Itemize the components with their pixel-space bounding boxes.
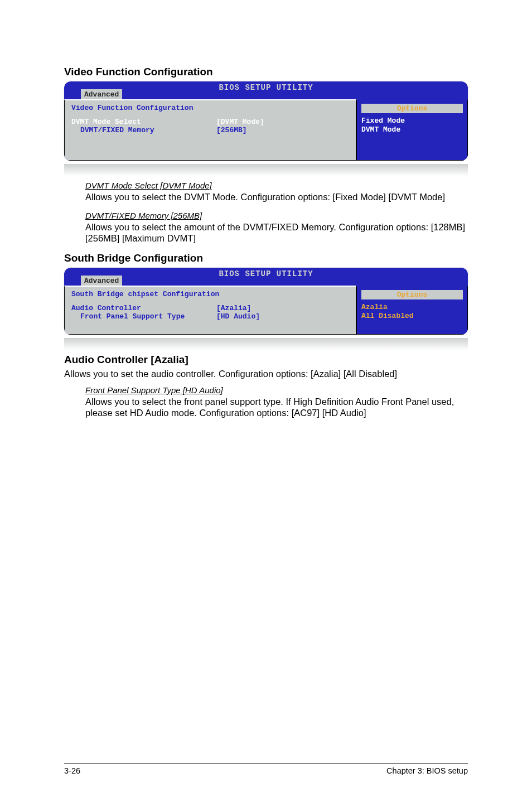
bios-row-value: [Azalia] (216, 304, 251, 312)
fade-decoration (64, 164, 468, 176)
page-footer: 3-26 Chapter 3: BIOS setup (64, 764, 468, 775)
bios-header: BIOS SETUP UTILITY Advanced (64, 81, 468, 99)
item-body: Allows you to select the amount of the D… (85, 221, 468, 244)
item-title: DVMT/FIXED Memory [256MB] (85, 211, 468, 220)
audio-controller-heading: Audio Controller [Azalia] (64, 354, 468, 366)
bios-tab-advanced[interactable]: Advanced (81, 276, 122, 286)
chapter-label: Chapter 3: BIOS setup (386, 766, 468, 775)
bios-panel-southbridge: BIOS SETUP UTILITY Advanced South Bridge… (64, 268, 468, 335)
desc-dvmt-mode: DVMT Mode Select [DVMT Mode] Allows you … (64, 181, 468, 203)
bios-right-panel: Options Azalia All Disabled (356, 286, 468, 335)
audio-controller-body: Allows you to set the audio controller. … (64, 368, 468, 380)
bios-row-value: [HD Audio] (216, 312, 260, 321)
bios-row-label: DVMT Mode Select (71, 118, 216, 126)
bios-right-panel: Options Fixed Mode DVMT Mode (356, 99, 468, 161)
video-function-heading: Video Function Configuration (64, 66, 468, 78)
help-line: Fixed Mode (361, 117, 463, 125)
bios-left-panel: South Bridge chipset Configuration Audio… (64, 286, 356, 335)
bios-panel-title: South Bridge chipset Configuration (71, 290, 349, 298)
help-line: All Disabled (361, 312, 463, 321)
page-number: 3-26 (64, 766, 80, 775)
options-label: Options (361, 290, 463, 299)
bios-row-label: DVMT/FIXED Memory (80, 126, 216, 134)
bios-left-panel: Video Function Configuration DVMT Mode S… (64, 99, 356, 161)
item-body: Allows you to select the front panel sup… (85, 396, 468, 419)
help-line: Azalia (361, 303, 463, 312)
bios-panel-video: BIOS SETUP UTILITY Advanced Video Functi… (64, 81, 468, 161)
bios-header-title: BIOS SETUP UTILITY (219, 269, 313, 278)
desc-front-panel: Front Panel Support Type [HD Audio] Allo… (64, 385, 468, 419)
bios-row-value: [256MB] (216, 126, 247, 134)
fade-decoration (64, 338, 468, 350)
item-body: Allows you to select the DVMT Mode. Conf… (85, 191, 468, 203)
bios-row-value: [DVMT Mode] (216, 118, 264, 126)
bios-row-audio-controller[interactable]: Audio Controller [Azalia] (71, 304, 349, 312)
bios-panel-title: Video Function Configuration (71, 104, 349, 112)
bios-header: BIOS SETUP UTILITY Advanced (64, 268, 468, 286)
bios-row-dvmt-memory[interactable]: DVMT/FIXED Memory [256MB] (71, 126, 349, 134)
desc-dvmt-memory: DVMT/FIXED Memory [256MB] Allows you to … (64, 211, 468, 244)
item-title: DVMT Mode Select [DVMT Mode] (85, 181, 468, 190)
bios-row-label: Audio Controller (71, 304, 216, 312)
options-label: Options (361, 104, 463, 113)
item-title: Front Panel Support Type [HD Audio] (85, 385, 468, 395)
bios-tab-advanced[interactable]: Advanced (81, 89, 122, 99)
bios-row-dvmt-mode[interactable]: DVMT Mode Select [DVMT Mode] (71, 118, 349, 126)
bios-row-label: Front Panel Support Type (80, 312, 216, 321)
help-line: DVMT Mode (361, 125, 463, 134)
bios-row-front-panel[interactable]: Front Panel Support Type [HD Audio] (71, 312, 349, 321)
south-bridge-heading: South Bridge Configuration (64, 252, 468, 264)
bios-header-title: BIOS SETUP UTILITY (219, 83, 313, 92)
